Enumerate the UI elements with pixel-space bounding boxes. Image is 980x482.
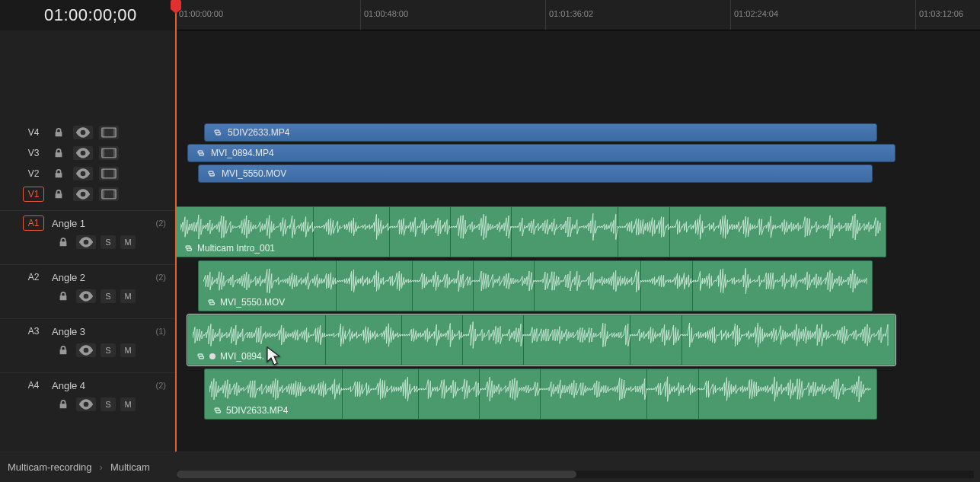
solo-button[interactable]: S bbox=[101, 397, 116, 411]
eye-icon[interactable] bbox=[76, 397, 96, 411]
chevron-right-icon: › bbox=[100, 461, 103, 473]
svg-rect-7 bbox=[102, 169, 104, 178]
track-name[interactable]: Angle 2 bbox=[52, 272, 148, 283]
track-id-badge[interactable]: A1 bbox=[23, 215, 44, 231]
track-id-badge[interactable]: V2 bbox=[23, 166, 44, 181]
video-clip[interactable]: 5DIV2633.MP4 bbox=[204, 123, 877, 142]
audio-clip[interactable]: Multicam Intro_001 bbox=[175, 206, 886, 257]
svg-rect-8 bbox=[113, 169, 116, 178]
timeline-ruler[interactable]: 01:00:00:0001:00:48:0001:01:36:0201:02:2… bbox=[175, 0, 980, 30]
track-id-badge[interactable]: V1 bbox=[23, 187, 44, 202]
current-timecode: 01:00:00;00 bbox=[0, 0, 175, 30]
ruler-tick: 01:03:12:06 bbox=[915, 0, 963, 30]
video-track-header[interactable]: V4 bbox=[0, 122, 175, 142]
solo-button[interactable]: S bbox=[101, 235, 116, 249]
mute-button[interactable]: M bbox=[120, 397, 136, 411]
audio-track-header[interactable]: A3Angle 3(1)SM bbox=[0, 318, 175, 372]
track-id-badge[interactable]: A2 bbox=[23, 270, 44, 285]
track-id-badge[interactable]: V4 bbox=[23, 125, 44, 140]
playhead[interactable] bbox=[175, 0, 177, 452]
ruler-tick: 01:00:00:00 bbox=[175, 0, 223, 30]
track-name[interactable]: Angle 4 bbox=[52, 380, 148, 391]
svg-rect-5 bbox=[113, 148, 116, 158]
record-dot-icon bbox=[209, 353, 215, 359]
track-id-badge[interactable]: A3 bbox=[23, 324, 44, 339]
breadcrumb-leaf[interactable]: Multicam bbox=[110, 461, 150, 473]
audio-clip[interactable]: MVI_0894. bbox=[187, 314, 895, 365]
eye-icon[interactable] bbox=[76, 235, 96, 249]
clip-label: 5DIV2633.MP4 bbox=[212, 405, 288, 416]
lock-icon[interactable] bbox=[50, 167, 67, 180]
mute-button[interactable]: M bbox=[120, 343, 136, 357]
eye-icon[interactable] bbox=[73, 126, 93, 139]
clip-label: Multicam Intro_001 bbox=[184, 243, 275, 254]
track-id-badge[interactable]: A4 bbox=[23, 378, 44, 393]
video-track-header[interactable]: V1 bbox=[0, 184, 175, 204]
clip-label: MVI_5550.MOV bbox=[222, 168, 286, 179]
film-icon[interactable] bbox=[99, 187, 119, 201]
track-header-panel: V4V3V2V1 A1Angle 1(2)SMA2Angle 2(2)SMA3A… bbox=[0, 30, 175, 452]
svg-rect-1 bbox=[102, 128, 104, 137]
video-clip[interactable]: MVI_0894.MP4 bbox=[187, 144, 895, 162]
solo-button[interactable]: S bbox=[101, 343, 116, 357]
lock-icon[interactable] bbox=[55, 343, 72, 357]
ruler-tick: 01:01:36:02 bbox=[545, 0, 593, 30]
clip-label: MVI_0894.MP4 bbox=[211, 148, 274, 158]
eye-icon[interactable] bbox=[73, 167, 93, 180]
channel-count: (2) bbox=[156, 219, 166, 228]
clip-label: MVI_5550.MOV bbox=[206, 297, 285, 308]
svg-rect-10 bbox=[102, 190, 104, 199]
mute-button[interactable]: M bbox=[120, 289, 136, 303]
track-name[interactable]: Angle 1 bbox=[52, 218, 148, 229]
eye-icon[interactable] bbox=[76, 289, 96, 303]
breadcrumb-root[interactable]: Multicam-recording bbox=[8, 461, 92, 473]
ruler-tick: 01:02:24:04 bbox=[730, 0, 778, 30]
audio-track-header[interactable]: A4Angle 4(2)SM bbox=[0, 372, 175, 426]
horizontal-scrollbar[interactable] bbox=[177, 471, 974, 478]
scrollbar-thumb[interactable] bbox=[177, 471, 576, 478]
video-clip[interactable]: MVI_5550.MOV bbox=[198, 164, 873, 183]
mute-button[interactable]: M bbox=[120, 235, 136, 249]
channel-count: (2) bbox=[156, 273, 166, 282]
channel-count: (1) bbox=[156, 327, 166, 336]
svg-rect-2 bbox=[113, 128, 116, 137]
film-icon[interactable] bbox=[99, 146, 119, 160]
eye-icon[interactable] bbox=[73, 187, 93, 201]
solo-button[interactable]: S bbox=[101, 289, 116, 303]
lock-icon[interactable] bbox=[55, 397, 72, 411]
eye-icon[interactable] bbox=[73, 146, 93, 160]
track-id-badge[interactable]: V3 bbox=[23, 145, 44, 161]
audio-track-header[interactable]: A2Angle 2(2)SM bbox=[0, 264, 175, 318]
film-icon[interactable] bbox=[99, 167, 119, 180]
audio-clip[interactable]: MVI_5550.MOV bbox=[198, 260, 873, 311]
track-name[interactable]: Angle 3 bbox=[52, 326, 148, 337]
svg-rect-11 bbox=[113, 190, 116, 199]
audio-track-header[interactable]: A1Angle 1(2)SM bbox=[0, 210, 175, 264]
lock-icon[interactable] bbox=[50, 126, 67, 139]
ruler-tick: 01:00:48:00 bbox=[360, 0, 408, 30]
channel-count: (2) bbox=[156, 381, 166, 390]
audio-clip[interactable]: 5DIV2633.MP4 bbox=[204, 369, 877, 420]
lock-icon[interactable] bbox=[55, 235, 72, 249]
video-track-header[interactable]: V2 bbox=[0, 163, 175, 184]
clip-label: 5DIV2633.MP4 bbox=[228, 127, 289, 138]
eye-icon[interactable] bbox=[76, 343, 96, 357]
clip-label: MVI_0894. bbox=[196, 351, 264, 362]
film-icon[interactable] bbox=[99, 126, 119, 139]
lock-icon[interactable] bbox=[50, 146, 67, 160]
svg-rect-4 bbox=[102, 148, 104, 158]
video-track-header[interactable]: V3 bbox=[0, 142, 175, 163]
lock-icon[interactable] bbox=[50, 187, 67, 201]
lock-icon[interactable] bbox=[55, 289, 72, 303]
tracks-area[interactable]: 5DIV2633.MP4MVI_0894.MP4MVI_5550.MOVMult… bbox=[175, 30, 980, 452]
